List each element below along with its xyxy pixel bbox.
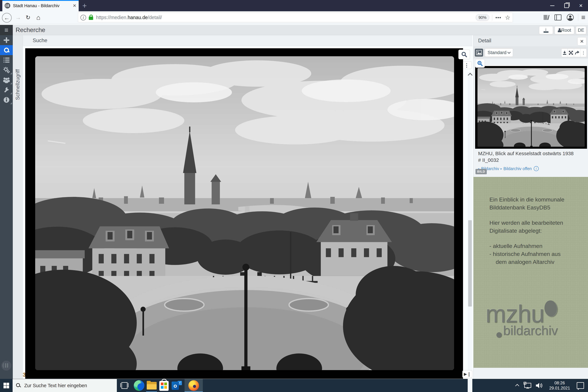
submenu-triangle xyxy=(10,102,12,104)
detail-more-button[interactable]: ⋮ xyxy=(580,49,586,57)
quick-access-tab[interactable]: Schnellzugriff xyxy=(13,53,23,116)
window-minimize-button[interactable] xyxy=(545,0,560,11)
info-icon xyxy=(3,96,10,103)
outlook-icon[interactable]: o xyxy=(172,381,182,390)
secure-lock-icon xyxy=(89,16,93,20)
object-type-badge: BILD xyxy=(476,169,487,174)
taskbar-clock[interactable]: 08:2629.01.2021 xyxy=(547,380,572,391)
sidebar-item-settings[interactable] xyxy=(0,65,13,75)
detail-thumbnail[interactable] xyxy=(475,66,587,149)
sidebar-item-search[interactable] xyxy=(0,45,13,55)
mask-select[interactable]: Standard xyxy=(485,48,513,57)
info-text: Ein Einblick in die kommunaleBilddatenba… xyxy=(490,196,582,266)
back-button[interactable]: ← xyxy=(2,13,12,22)
detail-fullscreen-button[interactable] xyxy=(568,49,574,57)
scrollbar-thumb[interactable] xyxy=(468,220,472,306)
speaker-icon[interactable] xyxy=(536,382,543,389)
url-text: https://medien.hanau.de/detail/ xyxy=(96,15,476,20)
export-download-button[interactable] xyxy=(539,26,553,34)
sidebar-item-tools[interactable] xyxy=(0,85,13,95)
app-menu-button[interactable]: ≡ xyxy=(0,25,13,35)
microsoft-store-icon[interactable] xyxy=(159,381,168,391)
detail-actions-group: ⋮ xyxy=(561,48,587,57)
browser-tab[interactable]: Stadt Hanau - Bildarchiv ✕ xyxy=(2,0,79,11)
gears-icon xyxy=(3,66,10,74)
wrench-icon xyxy=(3,87,10,93)
window-restore-button[interactable] xyxy=(560,0,574,11)
detail-download-button[interactable] xyxy=(562,49,568,57)
main-photo[interactable] xyxy=(25,48,463,379)
sidebars-toggle-icon[interactable] xyxy=(554,14,562,20)
jump-to-end-button[interactable]: ▶❘ xyxy=(462,370,472,378)
task-view-button[interactable] xyxy=(118,379,130,392)
image-title: MZHU, Blick auf Kesselstadt ostwärts 193… xyxy=(478,150,584,157)
info-paragraph: Ein Einblick in die kommunaleBilddatenba… xyxy=(490,196,582,212)
bookmark-star-icon[interactable]: ☆ xyxy=(505,14,510,21)
page-title: Recherche xyxy=(16,26,45,34)
sidebar-item-new[interactable] xyxy=(0,35,13,45)
breadcrumb-item-bildarchiv-offen[interactable]: Bildarchiv offen xyxy=(503,166,532,171)
pool-info-icon[interactable]: i xyxy=(534,166,539,171)
submenu-triangle xyxy=(10,72,12,74)
browser-menu-icon[interactable]: ≡ xyxy=(581,14,585,21)
forward-button[interactable]: → xyxy=(14,13,22,22)
thumbnail-zoom-button[interactable] xyxy=(475,59,485,68)
action-center-icon[interactable] xyxy=(577,382,584,389)
photo-options-button[interactable]: ⋮ xyxy=(462,62,472,69)
page-info-icon[interactable]: i xyxy=(80,15,86,20)
new-tab-button[interactable]: + xyxy=(82,1,87,10)
bildarchiv-logo-text: bildarchiv xyxy=(503,323,558,338)
search-tabs-row: Suche xyxy=(23,35,472,46)
taskbar-search-input[interactable] xyxy=(24,383,114,388)
sidebar-item-groups[interactable] xyxy=(0,75,13,85)
active-tab-accent xyxy=(2,0,79,1)
image-view-button[interactable] xyxy=(475,49,483,56)
detail-share-button[interactable] xyxy=(574,49,580,57)
main-scrollbar[interactable] xyxy=(468,72,472,392)
library-icon[interactable] xyxy=(544,14,549,20)
start-button[interactable] xyxy=(0,379,12,392)
reload-button[interactable]: ↻ xyxy=(24,13,32,22)
account-icon[interactable] xyxy=(567,14,574,21)
breadcrumb: ▸ Bildarchiv ▸ Bildarchiv offen i xyxy=(478,166,584,171)
search-icon xyxy=(16,383,21,388)
file-explorer-icon[interactable] xyxy=(147,382,157,390)
edge-icon[interactable] xyxy=(134,380,144,391)
scroll-up-icon[interactable] xyxy=(468,73,472,78)
detail-toolbar: Standard ⋮ xyxy=(474,47,588,58)
bildarchiv-dot xyxy=(496,332,502,338)
network-icon[interactable] xyxy=(524,382,531,388)
kebab-icon: ⋮ xyxy=(464,62,469,68)
magnifier-icon xyxy=(461,52,467,58)
tab-suche[interactable]: Suche xyxy=(33,38,47,44)
home-button[interactable]: ⌂ xyxy=(34,13,43,22)
mzhu-logo: mzhu bildarchiv xyxy=(474,300,588,356)
taskbar-search[interactable] xyxy=(12,379,117,392)
url-bar[interactable]: i https://medien.hanau.de/detail/ 90% ••… xyxy=(78,13,513,22)
window-close-button[interactable]: ✕ xyxy=(574,0,588,11)
detail-meta: MZHU, Blick auf Kesselstadt ostwärts 193… xyxy=(478,150,584,171)
app-header: ≡ Recherche Root DE xyxy=(0,25,588,35)
info-paragraph: Hier werden alle bearbeitetenDigitalisat… xyxy=(490,219,582,235)
easydb-watermark-icon xyxy=(1,361,11,370)
tab-close-icon[interactable]: ✕ xyxy=(73,3,76,8)
photo-zoom-button[interactable] xyxy=(458,50,470,59)
user-root-button[interactable]: Root xyxy=(555,26,574,34)
list-icon xyxy=(4,58,10,62)
share-icon xyxy=(575,50,580,55)
page-actions-icon[interactable]: ••• xyxy=(496,15,501,20)
image-id: # II_0032 xyxy=(478,157,584,164)
urlbar-divider xyxy=(492,14,492,20)
tray-expand-icon[interactable] xyxy=(515,384,519,388)
chevron-down-icon xyxy=(507,50,511,54)
firefox-icon[interactable] xyxy=(188,380,199,391)
sidebar-item-lists[interactable] xyxy=(0,55,13,65)
language-button[interactable]: DE xyxy=(576,26,586,34)
picture-icon xyxy=(476,50,482,55)
kebab-icon: ⋮ xyxy=(581,50,586,56)
zoom-level-badge[interactable]: 90% xyxy=(476,14,489,21)
sidebar-item-info[interactable] xyxy=(0,95,13,105)
detail-close-button[interactable]: ✕ xyxy=(578,37,586,46)
download-icon xyxy=(544,28,548,33)
windows-logo-icon xyxy=(4,383,9,388)
